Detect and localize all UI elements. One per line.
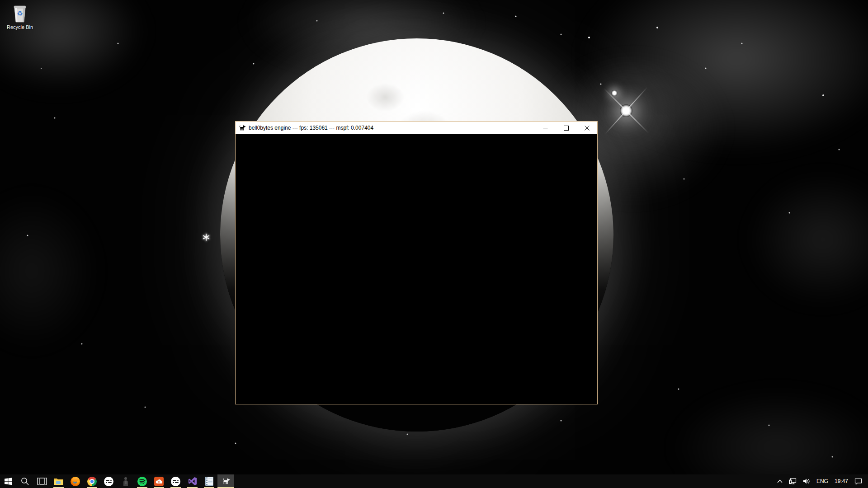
recycle-bin-shortcut[interactable]: ♻ Recycle Bin bbox=[3, 4, 37, 30]
language-label: ENG bbox=[816, 478, 828, 484]
maximize-button[interactable] bbox=[556, 122, 576, 134]
task-view-icon bbox=[37, 478, 47, 485]
svg-text:♻: ♻ bbox=[17, 9, 23, 18]
time-label: 19:47 bbox=[835, 478, 848, 484]
bright-stars bbox=[41, 68, 42, 69]
nebula-cloud bbox=[669, 389, 868, 488]
action-center[interactable] bbox=[851, 474, 865, 488]
taskbar-item-search[interactable] bbox=[17, 474, 33, 488]
taskbar-item-visual-studio[interactable] bbox=[184, 474, 201, 488]
taskbar-item-spotify[interactable] bbox=[134, 474, 151, 488]
recycle-bin-label: Recycle Bin bbox=[3, 24, 37, 30]
windows-logo-icon bbox=[5, 478, 12, 485]
firefox-icon bbox=[71, 477, 80, 486]
figure-icon bbox=[122, 477, 129, 486]
engine-render-viewport[interactable] bbox=[236, 134, 597, 404]
desktop: ♻ Recycle Bin bell0bytes engine --- fps bbox=[0, 0, 868, 488]
visual-studio-icon bbox=[188, 477, 197, 486]
dog-app-icon bbox=[239, 125, 246, 131]
network-status[interactable] bbox=[786, 474, 800, 488]
recycle-bin-icon: ♻ bbox=[11, 4, 29, 23]
taskbar-item-firefox[interactable] bbox=[67, 474, 84, 488]
taskbar-item-app-circle-1[interactable] bbox=[100, 474, 117, 488]
taskbar: ENG 19:47 bbox=[0, 474, 868, 488]
folder-icon bbox=[54, 478, 63, 485]
white-circle-icon bbox=[104, 477, 113, 486]
notebook-icon bbox=[205, 477, 213, 486]
taskbar-item-notepad[interactable] bbox=[201, 474, 217, 488]
sparkle-star bbox=[203, 234, 210, 241]
bell0bytes-engine-window: bell0bytes engine --- fps: 135061 --- ms… bbox=[235, 121, 598, 404]
white-circle-icon bbox=[171, 477, 180, 486]
clock[interactable]: 19:47 bbox=[831, 474, 851, 488]
window-title: bell0bytes engine --- fps: 135061 --- ms… bbox=[249, 125, 535, 131]
taskbar-item-app-figure[interactable] bbox=[117, 474, 134, 488]
nebula-cloud bbox=[0, 190, 99, 352]
nebula-cloud bbox=[579, 0, 868, 154]
system-tray: ENG 19:47 bbox=[774, 474, 868, 488]
chevron-up-icon bbox=[777, 479, 783, 483]
search-icon bbox=[21, 477, 29, 486]
notification-icon bbox=[854, 478, 862, 485]
chrome-icon bbox=[87, 477, 97, 486]
spotify-icon bbox=[137, 477, 147, 486]
companion-star bbox=[611, 90, 618, 96]
taskbar-item-app-orange[interactable] bbox=[151, 474, 167, 488]
taskbar-item-app-circle-2[interactable] bbox=[167, 474, 184, 488]
taskbar-item-file-explorer[interactable] bbox=[50, 474, 67, 488]
taskbar-item-bell0bytes[interactable] bbox=[217, 474, 234, 488]
bright-star-glow bbox=[620, 104, 632, 117]
hidden-icons-chevron[interactable] bbox=[774, 474, 786, 488]
window-titlebar[interactable]: bell0bytes engine --- fps: 135061 --- ms… bbox=[236, 122, 597, 134]
minimize-button[interactable] bbox=[535, 122, 556, 134]
orange-cloud-icon bbox=[154, 477, 164, 486]
taskbar-item-task-view[interactable] bbox=[33, 474, 50, 488]
speaker-icon bbox=[803, 478, 810, 484]
nebula-cloud bbox=[746, 172, 868, 307]
taskbar-item-start[interactable] bbox=[0, 474, 17, 488]
dog-icon bbox=[222, 478, 230, 485]
close-button[interactable] bbox=[576, 122, 597, 134]
taskbar-item-chrome[interactable] bbox=[84, 474, 100, 488]
language-indicator[interactable]: ENG bbox=[813, 474, 831, 488]
volume-status[interactable] bbox=[800, 474, 813, 488]
network-icon bbox=[789, 478, 797, 484]
